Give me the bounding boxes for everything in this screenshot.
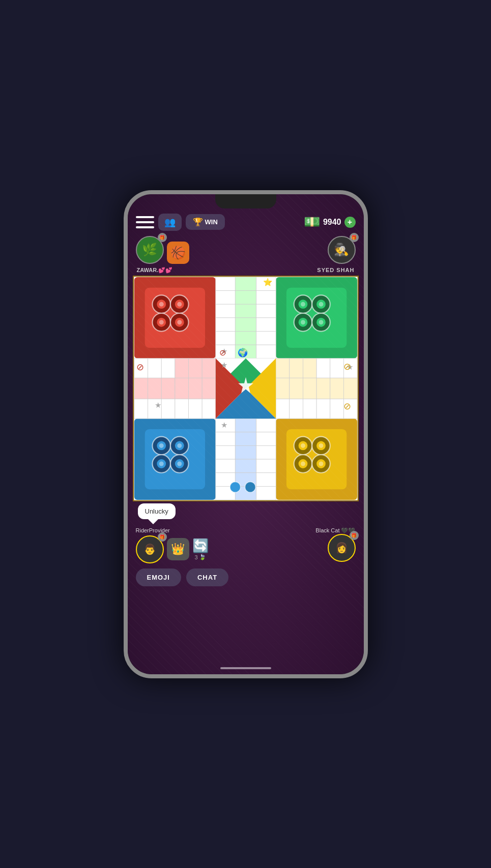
svg-rect-136 bbox=[256, 486, 275, 500]
phone-frame: 👥 🏆 WIN 💵 9940 + 🌿 🎁 🏀 bbox=[124, 190, 368, 678]
add-coins-button[interactable]: + bbox=[344, 217, 356, 228]
powerup-top-left[interactable]: 🏀 bbox=[167, 242, 189, 264]
svg-point-22 bbox=[319, 302, 323, 306]
svg-point-33 bbox=[159, 443, 163, 448]
svg-rect-97 bbox=[276, 358, 290, 377]
refresh-area: 🔄 3 🍃 bbox=[192, 538, 209, 560]
svg-rect-93 bbox=[175, 399, 188, 418]
phone-notch bbox=[215, 194, 276, 208]
trophy-icon: 🏆 bbox=[193, 217, 203, 227]
svg-rect-95 bbox=[202, 399, 216, 418]
svg-point-53 bbox=[301, 461, 305, 466]
svg-text:⊘: ⊘ bbox=[343, 362, 351, 372]
svg-point-8 bbox=[177, 302, 182, 306]
svg-rect-105 bbox=[276, 378, 290, 399]
svg-rect-106 bbox=[289, 378, 303, 399]
svg-point-11 bbox=[159, 320, 163, 324]
svg-rect-82 bbox=[202, 358, 216, 377]
avatar-bottom-left-container: 👨 🎁 bbox=[136, 535, 164, 563]
svg-rect-110 bbox=[343, 378, 357, 399]
avatar-top-right-container: 🕵️ 🎁 bbox=[328, 236, 356, 264]
player-name-top-right: SYED SHAH bbox=[317, 267, 354, 274]
svg-text:⭐: ⭐ bbox=[263, 277, 273, 286]
svg-rect-112 bbox=[289, 399, 303, 418]
action-buttons: EMOJI CHAT bbox=[136, 568, 356, 586]
ludo-board-wrapper: ⭐ ★ bbox=[128, 276, 364, 503]
svg-point-137 bbox=[229, 482, 240, 492]
svg-rect-129 bbox=[235, 459, 256, 473]
svg-rect-87 bbox=[175, 378, 188, 399]
svg-rect-88 bbox=[188, 378, 202, 399]
svg-text:🌍: 🌍 bbox=[237, 347, 248, 357]
menu-button[interactable] bbox=[136, 215, 154, 230]
player-names-row: ZAWAR.💕💕 SYED SHAH bbox=[128, 266, 364, 276]
coin-icon: 💵 bbox=[304, 214, 320, 230]
svg-text:★: ★ bbox=[221, 421, 227, 429]
player-bottom-left-avatars: 👨 🎁 👑 🔄 3 🍃 bbox=[136, 535, 209, 563]
svg-rect-85 bbox=[148, 378, 161, 399]
svg-rect-78 bbox=[148, 358, 161, 377]
svg-rect-61 bbox=[215, 290, 235, 304]
crown-powerup-bottom-left[interactable]: 👑 bbox=[167, 538, 189, 560]
svg-rect-69 bbox=[256, 317, 275, 331]
svg-rect-113 bbox=[303, 399, 316, 418]
svg-rect-119 bbox=[235, 418, 256, 432]
coin-amount: 9940 bbox=[323, 218, 341, 227]
svg-rect-90 bbox=[134, 399, 148, 418]
svg-rect-99 bbox=[303, 358, 316, 377]
svg-rect-71 bbox=[235, 331, 256, 345]
phone-screen: 👥 🏆 WIN 💵 9940 + 🌿 🎁 🏀 bbox=[128, 194, 364, 674]
svg-rect-64 bbox=[215, 304, 235, 318]
gift-badge-bottom-left: 🎁 bbox=[158, 532, 167, 542]
player-name-bottom-left: RiderProvider bbox=[136, 527, 170, 533]
svg-text:⊘: ⊘ bbox=[136, 362, 144, 372]
win-button[interactable]: 🏆 WIN bbox=[186, 214, 225, 230]
svg-point-14 bbox=[177, 320, 182, 324]
player-top-right: 🕵️ 🎁 bbox=[328, 236, 356, 264]
svg-rect-70 bbox=[215, 331, 235, 345]
svg-rect-79 bbox=[161, 358, 175, 377]
coins-area: 💵 9940 + bbox=[304, 214, 356, 230]
svg-rect-58 bbox=[235, 277, 256, 290]
svg-rect-57 bbox=[215, 277, 235, 290]
svg-point-5 bbox=[159, 302, 163, 306]
svg-rect-89 bbox=[202, 378, 216, 399]
chat-button[interactable]: CHAT bbox=[186, 568, 228, 586]
emoji-button[interactable]: EMOJI bbox=[136, 568, 181, 586]
svg-text:⊘: ⊘ bbox=[343, 401, 351, 411]
svg-rect-127 bbox=[256, 445, 275, 459]
friends-button[interactable]: 👥 bbox=[158, 214, 182, 231]
svg-rect-122 bbox=[215, 432, 235, 445]
svg-point-47 bbox=[301, 443, 305, 448]
bottom-section: RiderProvider 👨 🎁 👑 🔄 3 🍃 bbox=[128, 522, 364, 591]
avatar-top-left-container: 🌿 🎁 bbox=[136, 236, 164, 264]
svg-point-138 bbox=[245, 482, 255, 492]
svg-rect-108 bbox=[316, 378, 330, 399]
svg-point-50 bbox=[319, 443, 323, 448]
svg-rect-109 bbox=[330, 378, 343, 399]
refresh-count: 3 🍃 bbox=[194, 554, 206, 560]
svg-point-39 bbox=[159, 461, 163, 466]
tooltip-container: Unlucky bbox=[138, 503, 176, 519]
refresh-icon[interactable]: 🔄 bbox=[192, 538, 209, 554]
svg-rect-111 bbox=[276, 399, 290, 418]
svg-rect-67 bbox=[215, 317, 235, 331]
ludo-board-svg: ⭐ ★ bbox=[133, 276, 359, 501]
svg-rect-123 bbox=[235, 432, 256, 445]
svg-rect-80 bbox=[175, 358, 188, 377]
svg-rect-84 bbox=[134, 378, 148, 399]
svg-point-36 bbox=[177, 443, 182, 448]
svg-point-42 bbox=[177, 461, 182, 466]
svg-rect-133 bbox=[256, 472, 275, 486]
svg-point-28 bbox=[319, 320, 323, 324]
svg-rect-65 bbox=[235, 304, 256, 318]
players-top-row: 🌿 🎁 🏀 🕵️ 🎁 bbox=[128, 236, 364, 266]
player-name-bottom-right: Black Cat 🖤🖤 bbox=[315, 527, 355, 534]
win-label: WIN bbox=[205, 218, 218, 226]
svg-rect-75 bbox=[256, 345, 275, 358]
svg-point-19 bbox=[301, 302, 305, 306]
svg-rect-86 bbox=[161, 378, 175, 399]
player-name-top-left: ZAWAR.💕💕 bbox=[137, 267, 173, 274]
svg-rect-94 bbox=[188, 399, 202, 418]
svg-rect-68 bbox=[235, 317, 256, 331]
